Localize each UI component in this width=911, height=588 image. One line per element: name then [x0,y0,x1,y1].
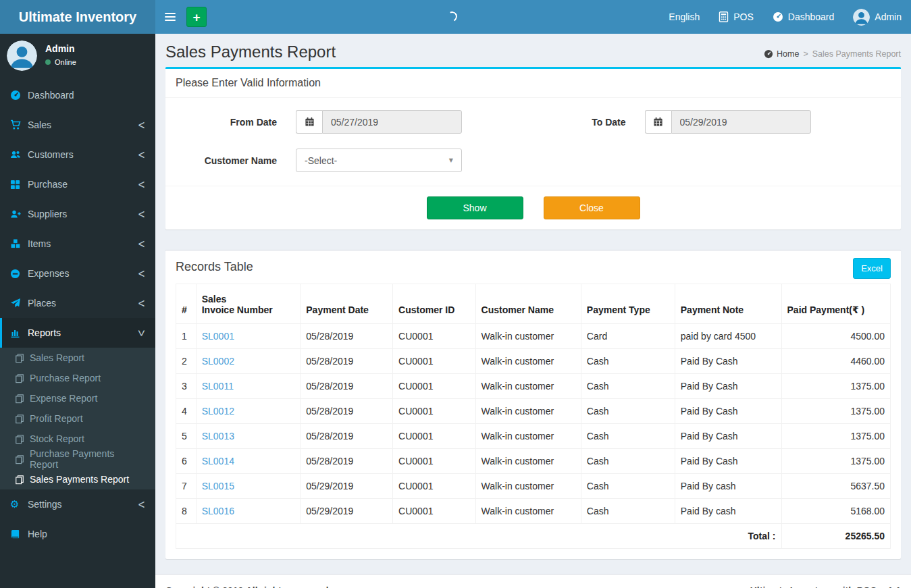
row-index: 4 [176,399,197,424]
copyright-text: Copyright © 2019 All rights reserved. [165,585,332,588]
sidebar-item-purchase-report[interactable]: Purchase Report [0,368,155,388]
customer-select-value: -Select- [305,155,337,166]
sidebar-item-help[interactable]: Help [0,519,155,549]
sidebar-item-sales-payments-report[interactable]: Sales Payments Report [0,469,155,489]
avatar [7,41,37,71]
sidebar-item-dashboard[interactable]: Dashboard [0,80,155,110]
to-date-group [645,110,811,134]
row-index: 8 [176,499,197,524]
files-icon [15,353,24,363]
row-cell: Paid By Cash [675,374,781,399]
invoice-link[interactable]: SL0012 [202,406,234,417]
from-date-group [296,110,462,134]
gears-icon: ⚙ [10,500,28,510]
sidebar-item-purchase[interactable]: Purchase < [0,169,155,199]
breadcrumb-separator: > [803,49,808,59]
sidebar-item-sales-report[interactable]: Sales Report [0,348,155,368]
row-cell: Paid By Cash [675,349,781,374]
table-row: 8SL001605/29/2019CU0001Walk-in customerC… [176,499,891,524]
online-label: Online [55,58,76,66]
col-header-index[interactable]: # [176,284,197,324]
row-index: 6 [176,449,197,474]
dashboard-link[interactable]: Dashboard [763,0,844,34]
sidebar-item-expenses[interactable]: Expenses < [0,259,155,288]
sidebar-item-items[interactable]: Items < [0,229,155,259]
sidebar: Admin Online Dashboard Sales < Customers [0,34,155,588]
sidebar-item-label: Sales [28,119,51,130]
invoice-link[interactable]: SL0001 [202,331,234,342]
show-button[interactable]: Show [427,196,523,219]
invoice-link[interactable]: SL0002 [202,356,234,367]
from-date-input[interactable] [322,110,462,134]
sidebar-item-sales[interactable]: Sales < [0,110,155,140]
col-header-invoice[interactable]: Sales Invoice Number [196,284,301,324]
submenu-item-label: Purchase Report [30,373,101,383]
sidebar-item-places[interactable]: Places < [0,288,155,318]
records-panel-title: Records Table [176,260,253,273]
invoice-link[interactable]: SL0015 [202,481,234,491]
col-header-customer-name[interactable]: Customer Name [475,284,581,324]
top-navbar: + English POS Dashboard [155,0,911,34]
invoice-link[interactable]: SL0014 [202,456,234,466]
sidebar-item-suppliers[interactable]: Suppliers < [0,199,155,229]
row-cell: 5637.50 [781,474,890,499]
col-header-payment-note[interactable]: Payment Note [675,284,781,324]
col-header-payment-date[interactable]: Payment Date [301,284,393,324]
close-button[interactable]: Close [544,196,640,219]
col-header-customer-id[interactable]: Customer ID [393,284,475,324]
row-cell: Cash [581,349,675,374]
col-header-paid-payment[interactable]: Paid Payment(₹ ) [781,284,890,324]
invoice-link[interactable]: SL0016 [202,506,234,516]
sidebar-item-label: Reports [28,327,61,338]
sidebar-item-stock-report[interactable]: Stock Report [0,429,155,449]
sidebar-user-name: Admin [45,43,76,54]
sidebar-item-label: Customers [28,149,74,160]
chevron-left-icon: < [138,148,145,161]
language-menu[interactable]: English [659,0,709,34]
row-cell: 05/29/2019 [301,499,393,524]
files-icon [15,373,24,383]
row-cell: 05/28/2019 [301,399,393,424]
invoice-link[interactable]: SL0011 [202,381,234,392]
user-plus-icon [10,209,28,219]
row-cell: paid by card 4500 [675,324,781,349]
row-index: 5 [176,424,197,449]
records-panel: Records Table Excel # Sales Invoice Numb… [165,250,901,559]
breadcrumb-home-link[interactable]: Home [764,49,799,59]
row-cell: CU0001 [393,499,475,524]
row-cell: Cash [581,474,675,499]
row-cell: Walk-in customer [475,324,581,349]
sidebar-item-profit-report[interactable]: Profit Report [0,408,155,429]
chevron-left-icon: < [138,207,145,221]
row-cell: CU0001 [393,399,475,424]
to-date-input[interactable] [671,110,811,134]
sidebar-item-reports[interactable]: Reports < [0,318,155,348]
col-header-payment-type[interactable]: Payment Type [581,284,675,324]
sidebar-item-settings[interactable]: ⚙ Settings < [0,489,155,519]
calendar-icon[interactable] [645,110,671,134]
caret-down-icon: ▼ [449,157,453,163]
user-menu[interactable]: Admin [843,0,911,34]
row-index: 2 [176,349,197,374]
row-cell: Cash [581,499,675,524]
add-button[interactable]: + [186,7,207,27]
row-cell: CU0001 [393,349,475,374]
sidebar-toggle-icon[interactable] [155,0,185,34]
sidebar-item-customers[interactable]: Customers < [0,140,155,169]
sidebar-item-expense-report[interactable]: Expense Report [0,388,155,408]
table-row: 3SL001105/28/2019CU0001Walk-in customerC… [176,374,891,399]
row-cell: Paid By Cash [675,449,781,474]
customer-select[interactable]: -Select- ▼ [296,149,462,172]
pos-link[interactable]: POS [709,0,763,34]
row-index: 3 [176,374,197,399]
calendar-icon[interactable] [296,110,322,134]
page-title: Sales Payments Report [165,43,336,61]
excel-export-button[interactable]: Excel [853,258,891,279]
sidebar-item-purchase-payments-report[interactable]: Purchase Payments Report [0,449,155,469]
user-status[interactable]: Online [45,58,76,66]
app-logo[interactable]: Ultimate Inventory [0,0,155,34]
row-cell: CU0001 [393,474,475,499]
table-row: 2SL000205/28/2019CU0001Walk-in customerC… [176,349,891,374]
invoice-link[interactable]: SL0013 [202,431,234,442]
chevron-down-icon: < [135,329,149,337]
